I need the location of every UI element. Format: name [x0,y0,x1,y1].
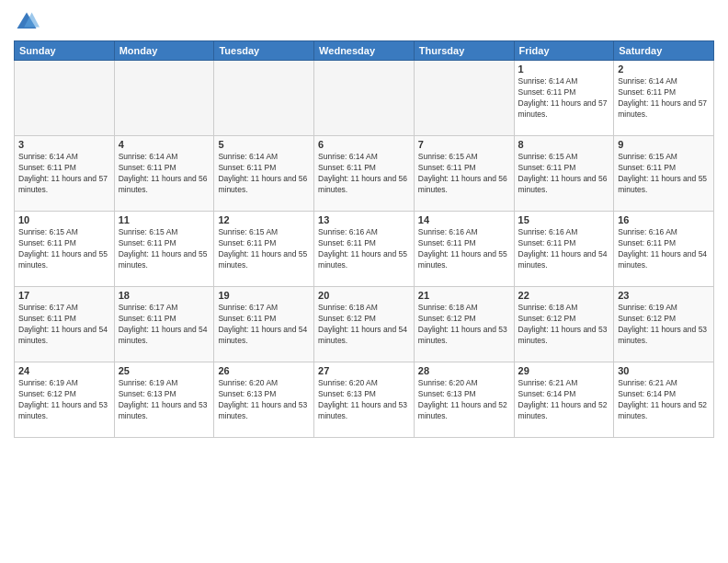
day-info: Sunrise: 6:18 AM Sunset: 6:12 PM Dayligh… [418,303,510,347]
day-number: 29 [518,365,610,376]
day-info: Sunrise: 6:17 AM Sunset: 6:11 PM Dayligh… [18,303,110,347]
day-info: Sunrise: 6:18 AM Sunset: 6:12 PM Dayligh… [518,303,610,347]
daylight: Daylight: 11 hours and 55 minutes. [18,249,108,270]
sunrise: Sunrise: 6:20 AM [218,378,278,387]
daylight: Daylight: 11 hours and 54 minutes. [318,325,407,345]
sunrise: Sunrise: 6:14 AM [218,152,278,161]
daylight: Daylight: 11 hours and 56 minutes. [418,174,507,194]
day-info: Sunrise: 6:15 AM Sunset: 6:11 PM Dayligh… [518,152,610,196]
day-header-monday: Monday [114,41,214,61]
day-info: Sunrise: 6:16 AM Sunset: 6:11 PM Dayligh… [418,227,510,271]
day-number: 25 [119,365,210,376]
sunrise: Sunrise: 6:16 AM [518,227,578,236]
day-number: 19 [218,290,310,301]
calendar: SundayMondayTuesdayWednesdayThursdayFrid… [14,40,714,438]
day-cell: 29 Sunrise: 6:21 AM Sunset: 6:14 PM Dayl… [514,362,614,438]
sunset: Sunset: 6:11 PM [318,163,376,172]
day-cell: 6 Sunrise: 6:14 AM Sunset: 6:11 PM Dayli… [314,136,415,212]
sunset: Sunset: 6:12 PM [18,389,76,398]
day-info: Sunrise: 6:19 AM Sunset: 6:12 PM Dayligh… [18,378,110,422]
daylight: Daylight: 11 hours and 53 minutes. [18,400,108,420]
sunrise: Sunrise: 6:15 AM [18,227,78,236]
day-info: Sunrise: 6:14 AM Sunset: 6:11 PM Dayligh… [318,152,410,196]
day-number: 5 [218,139,310,150]
daylight: Daylight: 11 hours and 56 minutes. [119,174,208,194]
day-number: 8 [518,139,610,150]
sunrise: Sunrise: 6:14 AM [318,152,378,161]
day-cell: 10 Sunrise: 6:15 AM Sunset: 6:11 PM Dayl… [15,212,115,287]
day-cell: 28 Sunrise: 6:20 AM Sunset: 6:13 PM Dayl… [414,362,514,438]
logo-icon [14,9,40,35]
daylight: Daylight: 11 hours and 54 minutes. [119,325,208,345]
day-number: 26 [218,365,310,376]
day-info: Sunrise: 6:21 AM Sunset: 6:14 PM Dayligh… [518,378,610,422]
daylight: Daylight: 11 hours and 55 minutes. [218,249,307,270]
daylight: Daylight: 11 hours and 55 minutes. [418,249,507,270]
daylight: Daylight: 11 hours and 52 minutes. [618,400,707,420]
day-info: Sunrise: 6:16 AM Sunset: 6:11 PM Dayligh… [318,227,410,271]
sunrise: Sunrise: 6:21 AM [618,378,677,387]
day-header-sunday: Sunday [15,41,115,61]
daylight: Daylight: 11 hours and 53 minutes. [218,400,307,420]
daylight: Daylight: 11 hours and 54 minutes. [618,249,707,270]
day-info: Sunrise: 6:17 AM Sunset: 6:11 PM Dayligh… [218,303,310,347]
day-info: Sunrise: 6:15 AM Sunset: 6:11 PM Dayligh… [119,227,210,271]
sunrise: Sunrise: 6:15 AM [119,227,178,236]
sunrise: Sunrise: 6:16 AM [418,227,478,236]
day-number: 17 [18,290,110,301]
day-number: 1 [518,63,610,75]
daylight: Daylight: 11 hours and 55 minutes. [119,249,208,270]
sunrise: Sunrise: 6:17 AM [18,303,78,312]
week-row-5: 24 Sunrise: 6:19 AM Sunset: 6:12 PM Dayl… [15,362,714,438]
day-number: 22 [518,290,610,301]
week-row-4: 17 Sunrise: 6:17 AM Sunset: 6:11 PM Dayl… [15,287,714,362]
day-header-tuesday: Tuesday [214,41,314,61]
day-cell: 5 Sunrise: 6:14 AM Sunset: 6:11 PM Dayli… [214,136,314,212]
sunset: Sunset: 6:11 PM [18,238,76,247]
daylight: Daylight: 11 hours and 56 minutes. [218,174,307,194]
logo [14,9,43,35]
page: SundayMondayTuesdayWednesdayThursdayFrid… [0,0,728,563]
day-number: 21 [418,290,510,301]
sunrise: Sunrise: 6:18 AM [518,303,578,312]
day-cell: 23 Sunrise: 6:19 AM Sunset: 6:12 PM Dayl… [614,287,714,362]
day-cell: 15 Sunrise: 6:16 AM Sunset: 6:11 PM Dayl… [514,212,614,287]
sunset: Sunset: 6:14 PM [518,389,576,398]
sunset: Sunset: 6:11 PM [18,314,76,323]
day-number: 24 [18,365,110,376]
day-info: Sunrise: 6:17 AM Sunset: 6:11 PM Dayligh… [119,303,210,347]
sunset: Sunset: 6:11 PM [218,238,276,247]
day-number: 18 [119,290,210,301]
day-number: 27 [318,365,410,376]
day-info: Sunrise: 6:20 AM Sunset: 6:13 PM Dayligh… [318,378,410,422]
sunset: Sunset: 6:12 PM [318,314,376,323]
day-info: Sunrise: 6:20 AM Sunset: 6:13 PM Dayligh… [218,378,310,422]
sunset: Sunset: 6:11 PM [418,163,476,172]
day-cell: 4 Sunrise: 6:14 AM Sunset: 6:11 PM Dayli… [114,136,214,212]
sunrise: Sunrise: 6:17 AM [119,303,178,312]
sunset: Sunset: 6:13 PM [119,389,176,398]
sunrise: Sunrise: 6:15 AM [218,227,278,236]
week-row-3: 10 Sunrise: 6:15 AM Sunset: 6:11 PM Dayl… [15,212,714,287]
sunrise: Sunrise: 6:20 AM [318,378,378,387]
sunset: Sunset: 6:11 PM [618,163,676,172]
day-info: Sunrise: 6:16 AM Sunset: 6:11 PM Dayligh… [518,227,610,271]
sunset: Sunset: 6:11 PM [518,87,576,97]
daylight: Daylight: 11 hours and 52 minutes. [518,400,608,420]
day-cell: 9 Sunrise: 6:15 AM Sunset: 6:11 PM Dayli… [614,136,714,212]
day-number: 6 [318,139,410,150]
calendar-header: SundayMondayTuesdayWednesdayThursdayFrid… [15,41,714,61]
day-info: Sunrise: 6:20 AM Sunset: 6:13 PM Dayligh… [418,378,510,422]
sunrise: Sunrise: 6:19 AM [18,378,78,387]
day-cell: 8 Sunrise: 6:15 AM Sunset: 6:11 PM Dayli… [514,136,614,212]
day-number: 4 [119,139,210,150]
day-cell: 18 Sunrise: 6:17 AM Sunset: 6:11 PM Dayl… [114,287,214,362]
day-cell: 17 Sunrise: 6:17 AM Sunset: 6:11 PM Dayl… [15,287,115,362]
day-number: 12 [218,214,310,225]
day-number: 28 [418,365,510,376]
daylight: Daylight: 11 hours and 57 minutes. [518,98,608,119]
sunrise: Sunrise: 6:15 AM [618,152,677,161]
day-number: 7 [418,139,510,150]
sunset: Sunset: 6:11 PM [418,238,476,247]
day-cell: 2 Sunrise: 6:14 AM Sunset: 6:11 PM Dayli… [614,61,714,136]
